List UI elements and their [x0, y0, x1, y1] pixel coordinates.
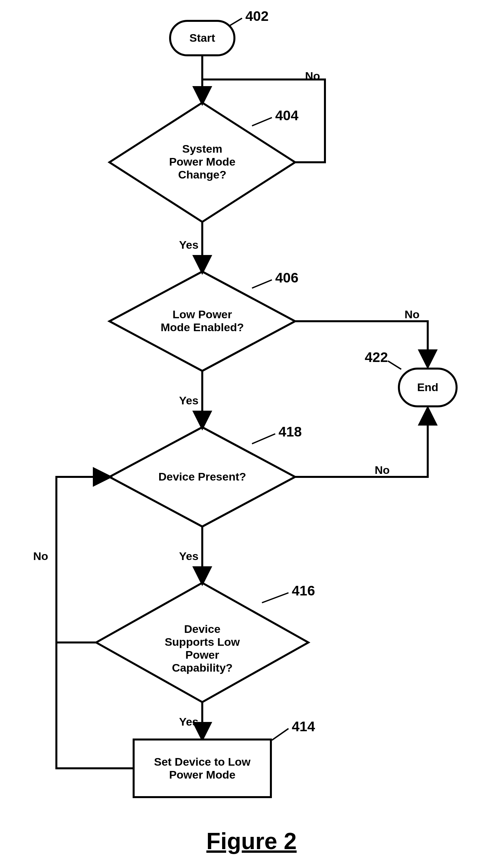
decision-404-label: System Power Mode Change?: [152, 142, 252, 181]
edge-406-no: No: [404, 308, 420, 321]
decision-416-label: Device Supports Low Power Capability?: [152, 623, 252, 674]
end-label: End: [417, 381, 438, 394]
ref-406: 406: [275, 270, 299, 286]
flowchart-canvas: Start 402 System Power Mode Change? 404 …: [0, 0, 503, 868]
decision-406-label: Low Power Mode Enabled?: [152, 308, 252, 334]
edge-404-yes: Yes: [179, 238, 199, 251]
ref-416: 416: [292, 583, 315, 599]
ref-418: 418: [279, 424, 302, 440]
svg-line-14: [272, 728, 289, 740]
ref-402: 402: [245, 8, 269, 24]
process-414-label: Set Device to Low Power Mode: [154, 755, 251, 781]
start-node: Start: [169, 20, 235, 56]
edge-416-no: No: [33, 550, 48, 563]
process-414: Set Device to Low Power Mode: [133, 738, 272, 798]
edge-418-no: No: [375, 464, 390, 477]
ref-422: 422: [365, 349, 388, 365]
ref-414: 414: [292, 719, 315, 735]
edge-418-yes: Yes: [179, 550, 199, 563]
ref-404: 404: [275, 107, 299, 124]
svg-line-12: [252, 434, 275, 444]
svg-line-10: [252, 117, 272, 126]
edge-406-yes: Yes: [179, 394, 199, 407]
svg-line-13: [262, 593, 289, 603]
decision-418-label: Device Present?: [152, 470, 252, 483]
edge-404-no: No: [305, 70, 320, 82]
flowchart-svg: [0, 0, 503, 868]
figure-title: Figure 2: [0, 828, 503, 855]
edge-416-yes: Yes: [179, 715, 199, 728]
end-node: End: [398, 368, 457, 407]
start-label: Start: [189, 31, 215, 44]
svg-line-11: [252, 280, 272, 288]
svg-line-15: [388, 361, 401, 369]
